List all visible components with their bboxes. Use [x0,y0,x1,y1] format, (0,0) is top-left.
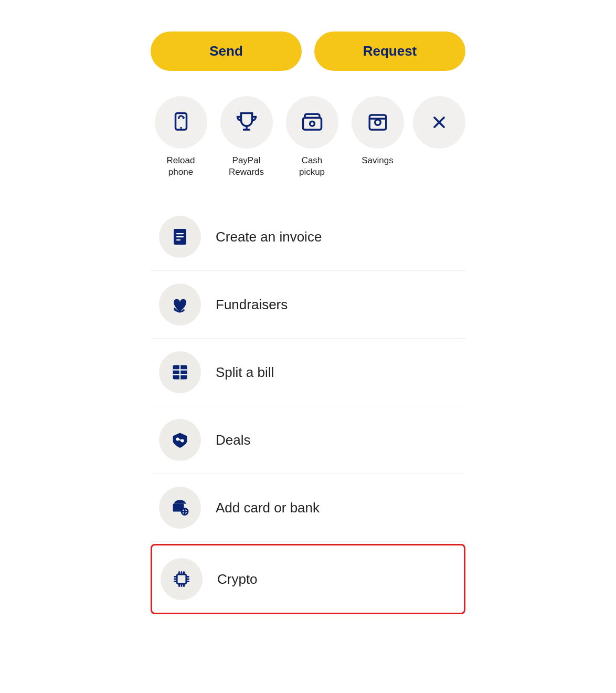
send-button[interactable]: Send [151,32,302,71]
savings-icon [367,111,389,133]
split-bill-icon [171,363,189,382]
svg-point-6 [375,120,380,125]
list-item-create-invoice[interactable]: Create an invoice [151,203,465,271]
create-invoice-icon-circle [159,216,201,258]
quick-action-savings[interactable]: Savings [347,96,408,166]
fundraisers-label: Fundraisers [216,297,288,313]
close-icon [430,113,449,132]
savings-icon-circle [352,96,404,149]
reload-phone-icon [170,111,192,133]
savings-label: Savings [362,155,393,166]
svg-point-4 [310,121,314,126]
list-item-deals[interactable]: Deals [151,406,465,474]
list-item-crypto[interactable]: Crypto [151,544,465,614]
create-invoice-label: Create an invoice [216,229,322,245]
reload-phone-icon-circle [155,96,207,149]
split-bill-icon-circle [159,351,201,393]
quick-actions-row: Reloadphone PayPalRewards [151,96,465,178]
main-container: Send Request Reloadphone [151,32,465,662]
quick-action-cash-pickup[interactable]: Cashpickup [282,96,342,178]
fundraisers-icon-circle [159,284,201,326]
crypto-icon-circle [161,558,203,600]
crypto-icon [172,570,191,589]
cash-pickup-icon-circle [286,96,338,149]
svg-rect-25 [177,574,186,584]
paypal-rewards-label: PayPalRewards [229,155,264,178]
crypto-label: Crypto [217,571,258,587]
top-buttons-row: Send Request [151,32,465,71]
fundraisers-icon [171,295,189,314]
split-bill-label: Split a bill [216,364,274,381]
deals-label: Deals [216,432,250,448]
trophy-icon [236,111,258,133]
add-card-bank-icon [171,498,189,517]
cash-pickup-icon [301,111,323,133]
invoice-icon [171,227,189,246]
svg-rect-5 [369,115,386,130]
request-button[interactable]: Request [314,32,465,71]
close-button[interactable] [413,96,465,149]
quick-action-paypal-rewards[interactable]: PayPalRewards [216,96,277,178]
cash-pickup-label: Cashpickup [299,155,325,178]
list-items-container: Create an invoice Fundraisers [151,203,465,616]
quick-action-reload-phone[interactable]: Reloadphone [151,96,211,178]
svg-rect-3 [303,118,321,130]
list-item-fundraisers[interactable]: Fundraisers [151,271,465,339]
list-item-split-bill[interactable]: Split a bill [151,339,465,406]
add-card-bank-icon-circle [159,487,201,529]
add-card-bank-label: Add card or bank [216,500,320,516]
deals-icon [171,430,189,449]
svg-point-20 [181,439,184,443]
paypal-rewards-icon-circle [220,96,273,149]
list-item-add-card-bank[interactable]: Add card or bank [151,474,465,542]
deals-icon-circle [159,419,201,461]
reload-phone-label: Reloadphone [167,155,195,178]
